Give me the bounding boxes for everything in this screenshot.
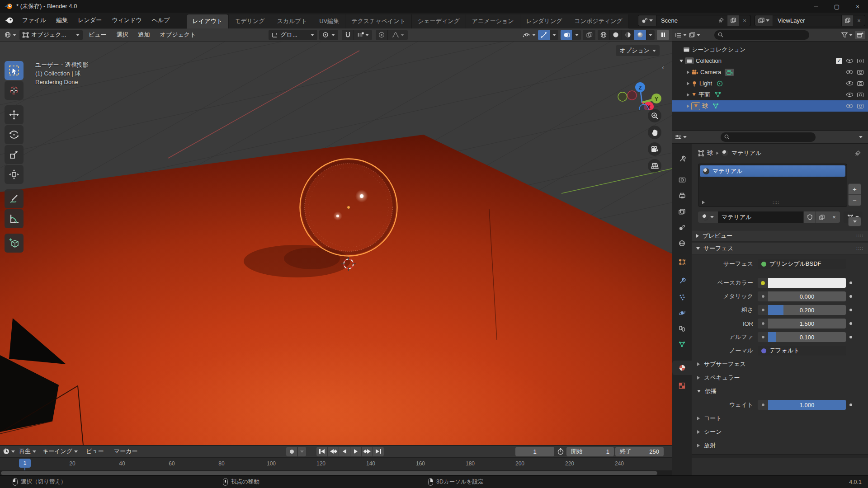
emission-panel-header[interactable]: 放射 — [692, 439, 868, 452]
outliner-row-collection[interactable]: Collection ✓ — [672, 55, 868, 66]
tab-material[interactable] — [672, 361, 692, 375]
base-color-swatch[interactable] — [768, 278, 846, 288]
keyframe-dot[interactable] — [849, 404, 852, 406]
viewport-canvas[interactable]: ユーザー・透視投影 (1) Collection | 球 Rendering D… — [0, 42, 672, 445]
navigation-gizmo[interactable]: Z Y X — [617, 60, 667, 110]
tab-layout[interactable]: レイアウト — [187, 14, 229, 28]
specular-panel-header[interactable]: スペキュラー — [692, 371, 868, 385]
outliner-filter-button[interactable] — [841, 32, 853, 38]
transform-orientation-dropdown[interactable]: グロ... — [269, 30, 317, 40]
tab-tool[interactable] — [672, 152, 692, 166]
menu-render[interactable]: レンダー — [73, 14, 107, 26]
sphere-expand-toggle[interactable] — [687, 104, 689, 108]
gizmo-dropdown[interactable] — [550, 30, 558, 40]
snap-toggle[interactable] — [342, 30, 354, 40]
pause-render-button[interactable] — [657, 30, 669, 40]
subsurface-panel-header[interactable]: サブサーフェス — [692, 357, 868, 371]
hide-eye-icon[interactable] — [846, 70, 853, 74]
tab-view-layer[interactable] — [672, 204, 692, 219]
keyframe-dot[interactable] — [849, 336, 852, 338]
metallic-socket[interactable] — [758, 291, 768, 301]
measure-tool[interactable] — [5, 209, 24, 228]
hide-eye-icon[interactable] — [846, 104, 853, 108]
render-visibility-icon[interactable] — [857, 104, 863, 108]
tab-uv-editing[interactable]: UV編集 — [313, 14, 345, 28]
prev-keyframe-button[interactable] — [328, 447, 339, 456]
menu-window[interactable]: ウィンドウ — [107, 14, 147, 26]
tab-modifiers[interactable] — [672, 274, 692, 288]
render-visibility-icon[interactable] — [857, 81, 863, 86]
jump-to-end-button[interactable] — [373, 447, 384, 456]
tab-compositing[interactable]: コンポジティング — [568, 14, 628, 28]
scene-browse-button[interactable] — [638, 15, 656, 26]
panel-grip[interactable]: ∷∷ — [856, 233, 863, 239]
surface-panel-header[interactable]: サーフェス ∷∷ — [692, 243, 868, 254]
viewport-menu-add[interactable]: 追加 — [134, 31, 154, 39]
scene-copy-button[interactable] — [727, 15, 739, 26]
tab-render[interactable] — [672, 173, 692, 187]
glass-sphere[interactable] — [300, 159, 397, 256]
select-box-tool[interactable] — [5, 61, 24, 80]
object-visibility-dropdown[interactable] — [523, 32, 536, 38]
cursor-tool[interactable] — [5, 81, 24, 100]
pivot-point-dropdown[interactable] — [319, 30, 338, 40]
viewport-menu-view[interactable]: ビュー — [85, 31, 111, 39]
mode-dropdown[interactable]: オブジェク... — [19, 30, 83, 40]
maximize-button[interactable]: ▢ — [826, 0, 847, 13]
tab-physics[interactable] — [672, 305, 692, 320]
keying-dropdown[interactable] — [298, 447, 306, 456]
roughness-socket[interactable] — [758, 305, 768, 315]
minimize-button[interactable]: ─ — [806, 0, 826, 13]
properties-search-input[interactable] — [721, 132, 816, 142]
keyframe-dot[interactable] — [849, 282, 852, 284]
shading-rendered-button[interactable] — [634, 30, 646, 40]
scene-name[interactable]: Scene — [656, 17, 682, 24]
keyframe-dot[interactable] — [849, 309, 852, 311]
viewport-menu-select[interactable]: 選択 — [113, 31, 132, 39]
pin-icon[interactable] — [855, 150, 861, 156]
gizmo-toggle[interactable] — [538, 30, 550, 40]
frame-end-field[interactable]: 終了 250 — [615, 447, 664, 456]
render-visibility-icon[interactable] — [857, 59, 863, 63]
play-reverse-button[interactable] — [339, 447, 350, 456]
preview-panel-header[interactable]: プレビュー ∷∷ — [692, 230, 868, 242]
normal-field[interactable]: デフォルト — [758, 346, 846, 356]
fake-user-button[interactable] — [803, 211, 816, 223]
light-expand-toggle[interactable] — [687, 82, 689, 85]
weight-socket[interactable] — [758, 400, 768, 410]
viewlayer-copy-button[interactable] — [841, 15, 853, 26]
add-slot-button[interactable]: + — [848, 183, 861, 195]
alpha-socket[interactable] — [758, 332, 768, 342]
keyframe-dot[interactable] — [849, 295, 852, 298]
collection-checkbox[interactable]: ✓ — [836, 58, 842, 64]
surface-shader-field[interactable]: プリンシプルBSDF — [758, 259, 846, 269]
xray-toggle[interactable] — [583, 30, 595, 40]
timeline-marker-menu[interactable]: マーカー — [110, 447, 142, 455]
add-cube-tool[interactable] — [5, 234, 24, 253]
tab-texture[interactable] — [672, 378, 692, 393]
play-button[interactable] — [350, 447, 361, 456]
keying-menu[interactable]: キーイング — [40, 447, 80, 455]
outliner-row-scene-collection[interactable]: シーンコレクション — [672, 44, 868, 55]
annotate-tool[interactable] — [5, 189, 24, 208]
outliner-search-input[interactable] — [714, 30, 809, 40]
timeline-view-menu[interactable]: ビュー — [82, 447, 108, 455]
orthographic-toggle-button[interactable] — [648, 159, 661, 173]
sheen-panel-header[interactable]: シーン — [692, 425, 868, 439]
close-button[interactable]: × — [847, 0, 868, 13]
frame-start-field[interactable]: 開始 1 — [566, 447, 614, 456]
slot-grip[interactable]: ∷∷ — [773, 200, 779, 205]
copy-material-button[interactable] — [816, 211, 828, 223]
current-frame-field[interactable]: 1 — [515, 447, 554, 456]
outliner-row-light[interactable]: Light — [672, 78, 868, 89]
hide-eye-icon[interactable] — [846, 93, 853, 97]
tab-output[interactable] — [672, 188, 692, 203]
blender-menu-icon[interactable] — [5, 17, 14, 24]
viewlayer-remove-button[interactable]: × — [853, 15, 865, 26]
outliner-row-sphere[interactable]: ▲ 球 — [672, 100, 868, 112]
scene-unlink-button[interactable]: × — [739, 15, 750, 26]
tab-rendering[interactable]: レンダリング — [520, 14, 569, 28]
slot-specials-button[interactable] — [848, 217, 861, 226]
tab-constraints[interactable] — [672, 321, 692, 336]
transmission-panel-header[interactable]: 伝播 — [692, 385, 868, 398]
